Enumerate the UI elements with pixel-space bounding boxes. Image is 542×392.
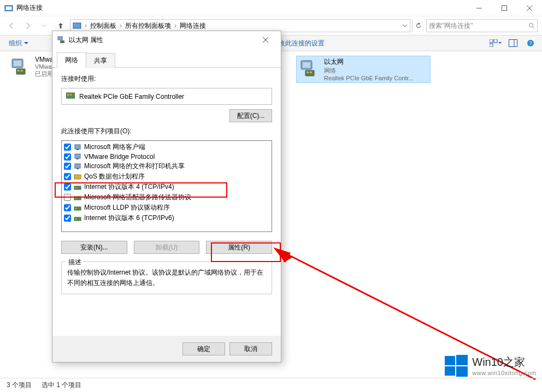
- svg-rect-38: [76, 168, 79, 169]
- item-checkbox[interactable]: [64, 183, 71, 191]
- item-checkbox[interactable]: [64, 163, 71, 170]
- network-item-row[interactable]: Microsoft 网络的文件和打印机共享: [62, 161, 272, 171]
- search-input[interactable]: 搜索"网络连接": [426, 19, 538, 32]
- svg-rect-19: [17, 70, 20, 72]
- back-button[interactable]: [4, 19, 19, 32]
- location-icon: [73, 21, 81, 30]
- svg-rect-22: [303, 62, 310, 68]
- dialog-titlebar: 以太网 属性: [52, 31, 281, 49]
- svg-rect-17: [14, 61, 21, 66]
- item-label: Microsoft LLDP 协议驱动程序: [84, 203, 170, 212]
- window-titlebar: 网络连接: [0, 0, 542, 16]
- view-button[interactable]: [488, 37, 503, 49]
- organize-label: 组织: [9, 39, 22, 48]
- item-count: 3 个项目: [7, 381, 32, 390]
- tab-sharing[interactable]: 共享: [86, 53, 115, 68]
- item-checkbox[interactable]: [64, 194, 71, 201]
- properties-dialog: 以太网 属性 网络 共享 连接时使用: Realtek PCIe GbE Fam…: [52, 31, 281, 363]
- svg-rect-47: [75, 218, 76, 219]
- item-checkbox[interactable]: [64, 144, 71, 151]
- network-items-list[interactable]: Microsoft 网络客户端VMware Bridge ProtocolMic…: [61, 140, 272, 232]
- description-legend: 描述: [66, 258, 84, 267]
- dialog-tabs: 网络 共享: [52, 49, 281, 68]
- protocol-icon: [74, 215, 81, 222]
- svg-rect-31: [67, 94, 69, 96]
- status-bar: 3 个项目 选中 1 个项目: [0, 378, 542, 392]
- chevron-down-icon: [24, 41, 28, 45]
- close-button[interactable]: [517, 0, 542, 16]
- item-label: Internet 协议版本 4 (TCP/IPv4): [84, 182, 174, 192]
- dialog-close-button[interactable]: [255, 32, 276, 47]
- network-item-row[interactable]: Microsoft 网络客户端: [62, 142, 272, 152]
- search-icon: [528, 22, 535, 29]
- watermark-title: Win10之家: [472, 355, 537, 370]
- organize-button[interactable]: 组织: [4, 37, 33, 50]
- maximize-button[interactable]: [492, 0, 517, 16]
- svg-rect-10: [494, 39, 497, 43]
- svg-point-7: [529, 23, 533, 27]
- tab-network[interactable]: 网络: [57, 52, 86, 68]
- forward-button[interactable]: [21, 19, 35, 32]
- svg-rect-39: [74, 175, 81, 179]
- items-label: 此连接使用下列项目(O):: [61, 127, 272, 136]
- svg-text:?: ?: [529, 40, 532, 46]
- item-checkbox[interactable]: [64, 153, 71, 161]
- svg-rect-52: [456, 355, 468, 365]
- preview-button[interactable]: [506, 37, 520, 49]
- connection-item-selected[interactable]: 以太网 网络 Realtek PCIe GbE Family Contr...: [296, 56, 431, 83]
- dialog-body: 连接时使用: Realtek PCIe GbE Family Controlle…: [52, 68, 281, 336]
- help-button[interactable]: ?: [523, 37, 538, 49]
- svg-rect-12: [509, 40, 517, 47]
- window-title: 网络连接: [16, 3, 43, 13]
- network-item-row[interactable]: Internet 协议版本 4 (TCP/IPv4): [62, 182, 272, 192]
- svg-rect-43: [75, 198, 76, 199]
- minimize-button[interactable]: [467, 0, 492, 16]
- install-button[interactable]: 安装(N)...: [61, 241, 127, 254]
- svg-rect-37: [75, 164, 80, 168]
- breadcrumb-item[interactable]: 网络连接: [180, 21, 206, 31]
- item-label: Microsoft 网络客户端: [84, 142, 145, 152]
- network-item-row[interactable]: Microsoft LLDP 协议驱动程序: [62, 203, 272, 213]
- svg-rect-33: [75, 145, 80, 149]
- breadcrumb-item[interactable]: 控制面板: [90, 21, 116, 31]
- service-icon: [74, 173, 81, 181]
- breadcrumb-sep: ›: [174, 22, 176, 29]
- network-item-row[interactable]: QoS 数据包计划程序: [62, 171, 272, 182]
- description-fieldset: 描述 传输控制协议/Internet 协议。该协议是默认的广域网络协议，用于在不…: [61, 262, 272, 294]
- network-item-row[interactable]: Microsoft 网络适配器多路传送器协议: [62, 192, 272, 203]
- watermark-url: www.win10xitong.com: [472, 370, 537, 376]
- svg-rect-53: [445, 366, 455, 376]
- svg-rect-9: [490, 39, 493, 43]
- recent-button[interactable]: [37, 19, 51, 32]
- svg-rect-51: [445, 356, 455, 365]
- breadcrumb-sep: ›: [85, 22, 87, 29]
- properties-button[interactable]: 属性(R): [206, 241, 272, 254]
- item-checkbox[interactable]: [64, 173, 71, 180]
- network-item-row[interactable]: VMware Bridge Protocol: [62, 152, 272, 161]
- svg-rect-46: [74, 217, 81, 221]
- configure-button[interactable]: 配置(C)...: [229, 109, 272, 122]
- window-icon: [4, 4, 13, 13]
- network-adapter-icon: [9, 56, 31, 78]
- refresh-button[interactable]: [412, 19, 424, 32]
- svg-rect-32: [70, 94, 72, 96]
- svg-rect-24: [307, 72, 309, 73]
- ok-button[interactable]: 确定: [182, 342, 225, 355]
- svg-rect-11: [490, 44, 493, 47]
- client-icon: [74, 163, 81, 170]
- description-text: 传输控制协议/Internet 协议。该协议是默认的广域网络协议，用于在不同的相…: [67, 268, 266, 288]
- item-checkbox[interactable]: [64, 204, 71, 211]
- svg-rect-6: [73, 23, 81, 28]
- chevron-down-icon[interactable]: [402, 23, 408, 28]
- breadcrumb-item[interactable]: 所有控制面板项: [125, 21, 171, 31]
- network-item-row[interactable]: Internet 协议版本 6 (TCP/IPv6): [62, 213, 272, 223]
- item-label: VMware Bridge Protocol: [84, 153, 155, 161]
- connection-name: 以太网: [324, 57, 414, 67]
- item-checkbox[interactable]: [64, 215, 71, 222]
- dialog-footer: 确定 取消: [52, 336, 281, 362]
- watermark: Win10之家 www.win10xitong.com: [445, 354, 537, 377]
- svg-rect-54: [456, 366, 468, 377]
- svg-line-8: [533, 27, 534, 28]
- connect-using-label: 连接时使用:: [61, 74, 272, 84]
- cancel-button[interactable]: 取消: [229, 342, 272, 355]
